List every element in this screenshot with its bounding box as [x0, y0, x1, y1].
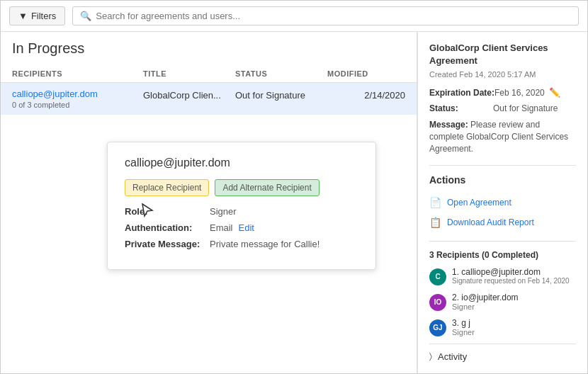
- message-row: Message: Please review and complete Glob…: [429, 119, 576, 154]
- divider-2: [429, 241, 576, 242]
- status-label: Status:: [429, 103, 493, 113]
- left-panel: In Progress RECIPIENTS TITLE STATUS MODI…: [1, 32, 417, 373]
- expiration-row: Expiration Date: Feb 16, 2020 ✏️: [429, 87, 576, 98]
- recipient-3-number: 3.: [452, 318, 459, 328]
- recipient-email: calliope@jupiter.dom: [12, 89, 143, 99]
- expiration-value: Feb 16, 2020: [494, 88, 545, 98]
- title-cell: GlobalCorp Clien...: [143, 89, 235, 101]
- popup-card: calliope@jupiter.dom Replace Recipient A…: [107, 142, 376, 270]
- recipient-cell: calliope@jupiter.dom 0 of 3 completed: [12, 89, 143, 109]
- table-row[interactable]: calliope@jupiter.dom 0 of 3 completed Gl…: [1, 83, 417, 115]
- search-icon: 🔍: [80, 11, 91, 21]
- right-panel: GlobalCorp Client Services Agreement Cre…: [417, 32, 587, 373]
- col-header-modified: MODIFIED: [327, 69, 405, 78]
- status-cell: Out for Signature: [235, 89, 327, 101]
- agreement-title: GlobalCorp Client Services Agreement: [429, 42, 576, 67]
- popup-auth-label: Authentication:: [125, 222, 210, 233]
- activity-label: Activity: [438, 351, 467, 362]
- recipient-info-3: 3. g j Signer: [452, 318, 475, 336]
- avatar-3-text: GJ: [433, 324, 442, 332]
- recipient-2-name: 2. io@jupiter.dom: [452, 293, 519, 302]
- popup-role-value: Signer: [210, 206, 237, 217]
- recipient-item-1: C 1. calliope@jupiter.dom Signature requ…: [429, 267, 576, 285]
- activity-section[interactable]: 〉 Activity: [429, 344, 576, 369]
- avatar-2: IO: [429, 294, 446, 311]
- search-box: 🔍: [72, 6, 579, 26]
- expiration-edit-icon[interactable]: ✏️: [549, 87, 560, 98]
- recipient-1-sub: Signature requested on Feb 14, 2020: [452, 277, 570, 285]
- popup-actions: Replace Recipient Add Alternate Recipien…: [125, 179, 358, 196]
- download-audit-action[interactable]: 📋 Download Audit Report: [429, 212, 576, 232]
- activity-chevron-icon: 〉: [429, 351, 432, 361]
- open-agreement-icon: 📄: [429, 197, 441, 208]
- popup-message-value: Private message for Callie!: [210, 239, 320, 249]
- popup-message-field: Private Message: Private message for Cal…: [125, 239, 358, 249]
- avatar-2-text: IO: [434, 298, 442, 306]
- recipient-1-number: 1.: [452, 267, 459, 277]
- popup-role-field: Role: Signer: [125, 206, 358, 217]
- filter-button[interactable]: ▼ Filters: [9, 6, 65, 26]
- status-row: Status: Out for Signature: [429, 103, 576, 113]
- recipient-2-role: Signer: [452, 302, 519, 311]
- avatar-1: C: [429, 268, 446, 285]
- status-value: Out for Signature: [493, 103, 558, 113]
- recipient-3-role: Signer: [452, 328, 475, 336]
- divider-1: [429, 165, 576, 166]
- agreement-created: Created Feb 14, 2020 5:17 AM: [429, 70, 576, 79]
- search-input[interactable]: [96, 11, 571, 21]
- replace-recipient-button[interactable]: Replace Recipient: [125, 179, 209, 196]
- avatar-1-text: C: [435, 273, 440, 280]
- table-header: RECIPIENTS TITLE STATUS MODIFIED: [1, 65, 417, 83]
- recipient-3-name: 3. g j: [452, 318, 475, 328]
- main-content: In Progress RECIPIENTS TITLE STATUS MODI…: [1, 32, 587, 373]
- auth-edit-link[interactable]: Edit: [239, 222, 254, 233]
- section-title: In Progress: [1, 40, 417, 65]
- avatar-3: GJ: [429, 319, 446, 336]
- recipient-3-email: g j: [461, 318, 470, 328]
- recipient-1-email: calliope@jupiter.dom: [461, 267, 541, 277]
- recipient-2-number: 2.: [452, 293, 459, 302]
- actions-title: Actions: [429, 174, 576, 186]
- popup-auth-field: Authentication: Email Edit: [125, 222, 358, 233]
- expiration-label: Expiration Date:: [429, 88, 494, 98]
- recipient-1-name: 1. calliope@jupiter.dom: [452, 267, 570, 277]
- open-agreement-label: Open Agreement: [447, 198, 511, 208]
- modified-cell: 2/14/2020: [327, 89, 405, 101]
- recipient-sub: 0 of 3 completed: [12, 101, 143, 109]
- col-header-status: STATUS: [235, 69, 327, 78]
- popup-role-label: Role:: [125, 206, 210, 217]
- recipients-header: 3 Recipients (0 Completed): [429, 250, 576, 260]
- col-header-title: TITLE: [143, 69, 235, 78]
- popup-message-label: Private Message:: [125, 239, 210, 249]
- recipient-item-2: IO 2. io@jupiter.dom Signer: [429, 293, 576, 311]
- add-alternate-button[interactable]: Add Alternate Recipient: [215, 179, 319, 196]
- open-agreement-action[interactable]: 📄 Open Agreement: [429, 193, 576, 212]
- filter-label: Filters: [31, 11, 56, 21]
- recipient-item-3: GJ 3. g j Signer: [429, 318, 576, 336]
- recipient-2-email: io@jupiter.dom: [461, 293, 518, 302]
- recipient-info-2: 2. io@jupiter.dom Signer: [452, 293, 519, 311]
- popup-email: calliope@jupiter.dom: [125, 157, 358, 169]
- popup-auth-value: Email: [210, 222, 233, 233]
- download-audit-label: Download Audit Report: [447, 217, 534, 227]
- col-header-recipients: RECIPIENTS: [12, 69, 143, 78]
- download-audit-icon: 📋: [429, 217, 441, 228]
- message-label: Message:: [429, 120, 468, 130]
- recipient-info-1: 1. calliope@jupiter.dom Signature reques…: [452, 267, 570, 285]
- filter-icon: ▼: [18, 11, 28, 21]
- toolbar: ▼ Filters 🔍: [1, 1, 587, 32]
